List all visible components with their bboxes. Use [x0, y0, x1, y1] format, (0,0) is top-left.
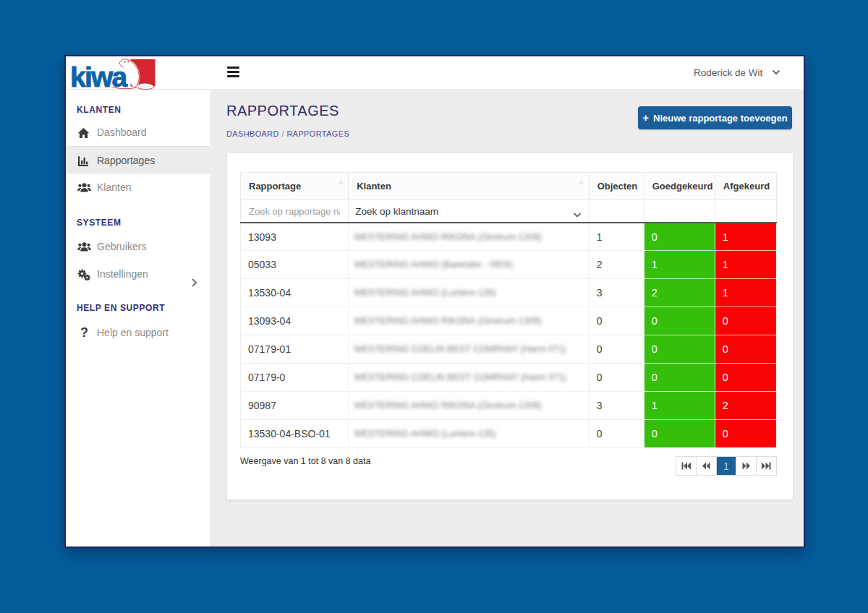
- svg-text:kiwa: kiwa: [71, 61, 127, 92]
